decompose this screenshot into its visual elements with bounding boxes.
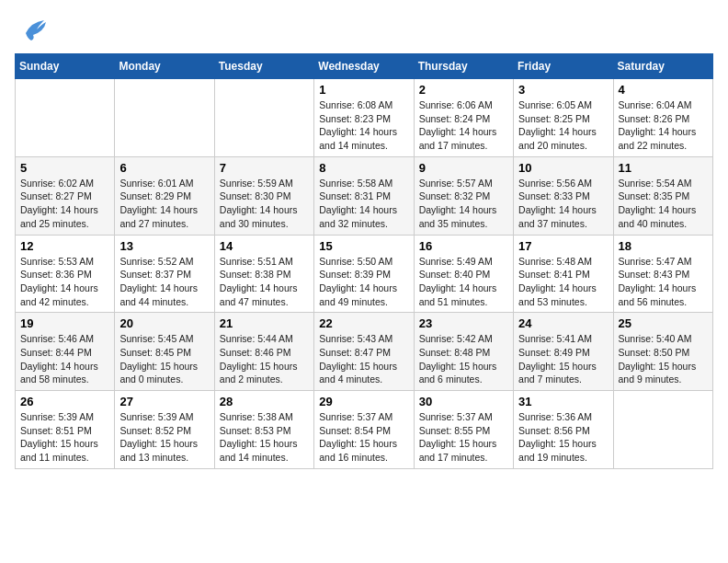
day-info: Sunrise: 5:59 AMSunset: 8:30 PMDaylight:… (220, 177, 309, 231)
calendar-header-row: SundayMondayTuesdayWednesdayThursdayFrid… (16, 54, 713, 79)
calendar-cell: 2Sunrise: 6:06 AMSunset: 8:24 PMDaylight… (414, 79, 513, 157)
day-info: Sunrise: 6:06 AMSunset: 8:24 PMDaylight:… (419, 98, 508, 153)
day-number: 3 (518, 83, 608, 97)
calendar-cell: 12Sunrise: 5:53 AMSunset: 8:36 PMDayligh… (16, 235, 115, 313)
calendar-week-row: 1Sunrise: 6:08 AMSunset: 8:23 PMDaylight… (16, 79, 713, 157)
day-number: 26 (20, 395, 109, 408)
calendar-cell: 21Sunrise: 5:44 AMSunset: 8:46 PMDayligh… (214, 313, 313, 391)
calendar-cell: 24Sunrise: 5:41 AMSunset: 8:49 PMDayligh… (514, 313, 613, 391)
day-info: Sunrise: 5:49 AMSunset: 8:40 PMDaylight:… (419, 255, 508, 309)
day-number: 22 (319, 316, 408, 330)
calendar-cell: 25Sunrise: 5:40 AMSunset: 8:50 PMDayligh… (613, 313, 712, 391)
day-info: Sunrise: 6:04 AMSunset: 8:26 PMDaylight:… (619, 98, 708, 153)
day-info: Sunrise: 5:48 AMSunset: 8:41 PMDaylight:… (518, 255, 608, 309)
calendar-cell: 6Sunrise: 6:01 AMSunset: 8:29 PMDaylight… (115, 156, 214, 235)
logo-bird-icon (18, 15, 48, 44)
calendar-cell: 3Sunrise: 6:05 AMSunset: 8:25 PMDaylight… (514, 79, 613, 157)
calendar-cell (214, 79, 313, 157)
day-info: Sunrise: 5:53 AMSunset: 8:36 PMDaylight:… (20, 255, 109, 309)
day-number: 9 (419, 161, 508, 175)
day-number: 6 (119, 161, 209, 175)
day-info: Sunrise: 6:08 AMSunset: 8:23 PMDaylight:… (319, 98, 408, 153)
day-info: Sunrise: 5:51 AMSunset: 8:38 PMDaylight:… (220, 255, 309, 309)
day-number: 25 (619, 316, 708, 330)
calendar-cell: 10Sunrise: 5:56 AMSunset: 8:33 PMDayligh… (514, 156, 613, 235)
day-info: Sunrise: 5:57 AMSunset: 8:32 PMDaylight:… (419, 177, 508, 231)
day-number: 24 (518, 316, 608, 330)
calendar-cell: 20Sunrise: 5:45 AMSunset: 8:45 PMDayligh… (115, 313, 214, 391)
calendar-cell: 23Sunrise: 5:42 AMSunset: 8:48 PMDayligh… (414, 313, 513, 391)
logo (15, 15, 48, 44)
calendar-cell: 9Sunrise: 5:57 AMSunset: 8:32 PMDaylight… (414, 156, 513, 235)
calendar-cell: 1Sunrise: 6:08 AMSunset: 8:23 PMDaylight… (314, 79, 414, 157)
calendar-cell: 19Sunrise: 5:46 AMSunset: 8:44 PMDayligh… (16, 313, 115, 391)
calendar-week-row: 5Sunrise: 6:02 AMSunset: 8:27 PMDaylight… (16, 156, 713, 235)
calendar-cell (115, 79, 214, 157)
calendar-cell: 7Sunrise: 5:59 AMSunset: 8:30 PMDaylight… (214, 156, 313, 235)
calendar-week-row: 12Sunrise: 5:53 AMSunset: 8:36 PMDayligh… (16, 235, 713, 313)
day-header-monday: Monday (115, 54, 214, 79)
calendar-table: SundayMondayTuesdayWednesdayThursdayFrid… (15, 53, 713, 469)
calendar-cell: 14Sunrise: 5:51 AMSunset: 8:38 PMDayligh… (214, 235, 313, 313)
calendar-cell: 15Sunrise: 5:50 AMSunset: 8:39 PMDayligh… (314, 235, 414, 313)
day-header-sunday: Sunday (16, 54, 115, 79)
calendar-cell: 11Sunrise: 5:54 AMSunset: 8:35 PMDayligh… (613, 156, 712, 235)
day-number: 5 (20, 161, 109, 175)
calendar-cell: 8Sunrise: 5:58 AMSunset: 8:31 PMDaylight… (314, 156, 414, 235)
day-number: 29 (319, 395, 408, 408)
day-info: Sunrise: 5:58 AMSunset: 8:31 PMDaylight:… (319, 177, 408, 231)
day-number: 30 (419, 395, 508, 408)
day-number: 20 (119, 316, 209, 330)
calendar-cell (613, 391, 712, 469)
day-number: 31 (518, 395, 608, 408)
day-info: Sunrise: 5:43 AMSunset: 8:47 PMDaylight:… (319, 332, 408, 386)
day-number: 19 (20, 316, 109, 330)
day-number: 11 (619, 161, 708, 175)
calendar-cell: 22Sunrise: 5:43 AMSunset: 8:47 PMDayligh… (314, 313, 414, 391)
calendar-cell: 4Sunrise: 6:04 AMSunset: 8:26 PMDaylight… (613, 79, 712, 157)
calendar-week-row: 19Sunrise: 5:46 AMSunset: 8:44 PMDayligh… (16, 313, 713, 391)
calendar-week-row: 26Sunrise: 5:39 AMSunset: 8:51 PMDayligh… (16, 391, 713, 469)
day-info: Sunrise: 5:42 AMSunset: 8:48 PMDaylight:… (419, 332, 508, 386)
day-number: 27 (119, 395, 209, 408)
day-info: Sunrise: 5:39 AMSunset: 8:51 PMDaylight:… (20, 410, 109, 465)
day-info: Sunrise: 5:47 AMSunset: 8:43 PMDaylight:… (619, 255, 708, 309)
calendar-cell: 28Sunrise: 5:38 AMSunset: 8:53 PMDayligh… (214, 391, 313, 469)
day-number: 14 (220, 239, 309, 253)
day-header-saturday: Saturday (613, 54, 712, 79)
calendar-cell: 31Sunrise: 5:36 AMSunset: 8:56 PMDayligh… (514, 391, 613, 469)
day-number: 12 (20, 239, 109, 253)
day-number: 16 (419, 239, 508, 253)
day-header-thursday: Thursday (414, 54, 513, 79)
day-info: Sunrise: 6:01 AMSunset: 8:29 PMDaylight:… (119, 177, 209, 231)
day-info: Sunrise: 5:44 AMSunset: 8:46 PMDaylight:… (220, 332, 309, 386)
day-info: Sunrise: 6:05 AMSunset: 8:25 PMDaylight:… (518, 98, 608, 153)
day-info: Sunrise: 5:38 AMSunset: 8:53 PMDaylight:… (220, 410, 309, 465)
calendar-cell (16, 79, 115, 157)
day-number: 7 (220, 161, 309, 175)
calendar-cell: 17Sunrise: 5:48 AMSunset: 8:41 PMDayligh… (514, 235, 613, 313)
day-info: Sunrise: 5:50 AMSunset: 8:39 PMDaylight:… (319, 255, 408, 309)
day-number: 21 (220, 316, 309, 330)
day-info: Sunrise: 5:52 AMSunset: 8:37 PMDaylight:… (119, 255, 209, 309)
day-number: 18 (619, 239, 708, 253)
calendar-cell: 26Sunrise: 5:39 AMSunset: 8:51 PMDayligh… (16, 391, 115, 469)
day-number: 2 (419, 83, 508, 97)
day-info: Sunrise: 5:39 AMSunset: 8:52 PMDaylight:… (119, 410, 209, 465)
calendar-cell: 16Sunrise: 5:49 AMSunset: 8:40 PMDayligh… (414, 235, 513, 313)
day-info: Sunrise: 5:56 AMSunset: 8:33 PMDaylight:… (518, 177, 608, 231)
day-header-wednesday: Wednesday (314, 54, 414, 79)
calendar-cell: 30Sunrise: 5:37 AMSunset: 8:55 PMDayligh… (414, 391, 513, 469)
day-header-friday: Friday (514, 54, 613, 79)
day-number: 28 (220, 395, 309, 408)
day-number: 8 (319, 161, 408, 175)
day-info: Sunrise: 5:36 AMSunset: 8:56 PMDaylight:… (518, 410, 608, 465)
calendar-cell: 27Sunrise: 5:39 AMSunset: 8:52 PMDayligh… (115, 391, 214, 469)
day-info: Sunrise: 5:46 AMSunset: 8:44 PMDaylight:… (20, 332, 109, 386)
day-number: 10 (518, 161, 608, 175)
calendar-cell: 5Sunrise: 6:02 AMSunset: 8:27 PMDaylight… (16, 156, 115, 235)
day-number: 4 (619, 83, 708, 97)
calendar-cell: 18Sunrise: 5:47 AMSunset: 8:43 PMDayligh… (613, 235, 712, 313)
calendar-cell: 29Sunrise: 5:37 AMSunset: 8:54 PMDayligh… (314, 391, 414, 469)
day-info: Sunrise: 5:37 AMSunset: 8:55 PMDaylight:… (419, 410, 508, 465)
